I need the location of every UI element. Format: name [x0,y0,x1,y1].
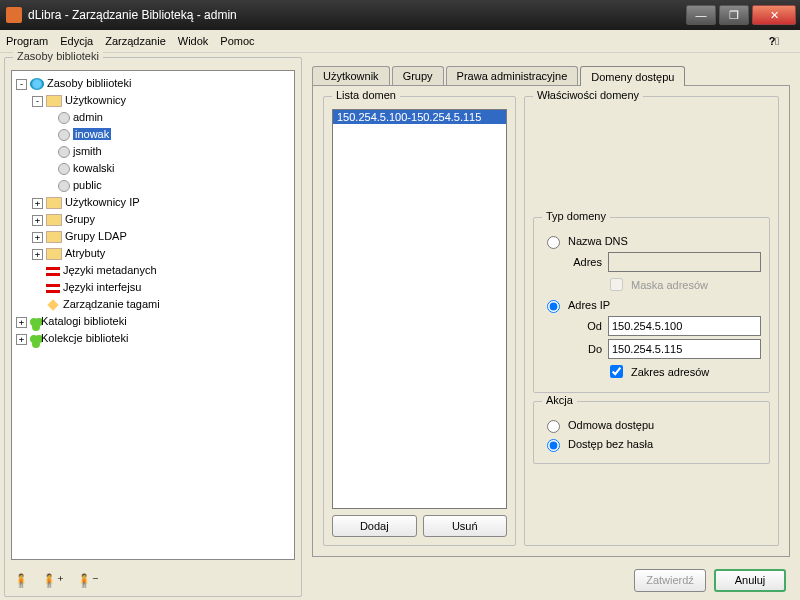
help-icon[interactable]: ?⃕ [766,33,782,49]
addr-input [608,252,761,272]
tree-view[interactable]: -Zasoby bibliioteki -Użytkownicy admin i… [11,70,295,560]
maximize-button[interactable]: ❐ [719,5,749,25]
menu-program[interactable]: Program [6,35,48,47]
to-label: Do [562,343,602,355]
tree-user-public[interactable]: public [14,177,292,194]
tree-catalogs[interactable]: +Katalogi biblioteki [14,313,292,330]
minimize-button[interactable]: — [686,5,716,25]
tree-users-ip[interactable]: +Użytkownicy IP [14,194,292,211]
add-domain-button[interactable]: Dodaj [332,515,417,537]
apply-button: Zatwierdź [634,569,706,592]
addr-label: Adres [562,256,602,268]
close-button[interactable]: ✕ [752,5,796,25]
titlebar: dLibra - Zarządzanie Biblioteką - admin … [0,0,800,30]
radio-ip[interactable]: Adres IP [542,297,761,313]
domain-list-item[interactable]: 150.254.5.100-150.254.5.115 [333,110,506,124]
tab-body: Lista domen 150.254.5.100-150.254.5.115 … [312,85,790,557]
action-title: Akcja [542,394,577,406]
tree-user-inowak[interactable]: inowak [14,126,292,143]
tree-collections[interactable]: +Kolekcje biblioteki [14,330,292,347]
cancel-button[interactable]: Anuluj [714,569,786,592]
tree-root[interactable]: -Zasoby bibliioteki [14,75,292,92]
menu-widok[interactable]: Widok [178,35,209,47]
ip-from-input[interactable] [608,316,761,336]
footer: Zatwierdź Anuluj [306,563,796,597]
radio-deny[interactable]: Odmowa dostępu [542,417,761,433]
domain-list-group: Lista domen 150.254.5.100-150.254.5.115 … [323,96,516,546]
domain-type-title: Typ domeny [542,210,610,222]
tree-user-admin[interactable]: admin [14,109,292,126]
domain-props-title: Właściwości domeny [533,89,643,101]
bottom-toolbar: 🧍 🧍⁺ 🧍⁻ [5,564,301,596]
tree-user-jsmith[interactable]: jsmith [14,143,292,160]
tab-access-domains[interactable]: Domeny dostępu [580,66,685,86]
domain-listbox[interactable]: 150.254.5.100-150.254.5.115 [332,109,507,509]
left-panel-title: Zasoby biblioteki [13,50,103,62]
tree-meta-lang[interactable]: Języki metadanych [14,262,292,279]
app-icon [6,7,22,23]
ip-to-input[interactable] [608,339,761,359]
tabs: Użytkownik Grupy Prawa administracyjne D… [312,63,790,85]
user-remove-icon[interactable]: 🧍⁻ [76,573,99,588]
tree-users[interactable]: -Użytkownicy [14,92,292,109]
tree-user-kowalski[interactable]: kowalski [14,160,292,177]
check-range[interactable]: Zakres adresów [542,362,761,381]
domain-props-group: Właściwości domeny Typ domeny Nazwa DNS … [524,96,779,546]
radio-dns[interactable]: Nazwa DNS [542,233,761,249]
action-group: Akcja Odmowa dostępu Dostęp bez hasła [533,401,770,464]
tree-groups[interactable]: +Grupy [14,211,292,228]
from-label: Od [562,320,602,332]
window-title: dLibra - Zarządzanie Biblioteką - admin [28,8,683,22]
menu-pomoc[interactable]: Pomoc [220,35,254,47]
check-mask: Maska adresów [542,275,761,294]
domain-list-title: Lista domen [332,89,400,101]
remove-domain-button[interactable]: Usuń [423,515,508,537]
user-add-icon[interactable]: 🧍⁺ [41,573,64,588]
menu-edycja[interactable]: Edycja [60,35,93,47]
tree-attributes[interactable]: +Atrybuty [14,245,292,262]
tab-groups[interactable]: Grupy [392,66,444,85]
menubar: Program Edycja Zarządzanie Widok Pomoc ?… [0,30,800,53]
user-single-icon[interactable]: 🧍 [13,573,29,588]
tab-admin-rights[interactable]: Prawa administracyjne [446,66,579,85]
menu-zarzadzanie[interactable]: Zarządzanie [105,35,166,47]
domain-type-group: Typ domeny Nazwa DNS Adres Maska adresów… [533,217,770,393]
tree-groups-ldap[interactable]: +Grupy LDAP [14,228,292,245]
left-panel: Zasoby biblioteki -Zasoby bibliioteki -U… [4,57,302,597]
tab-user[interactable]: Użytkownik [312,66,390,85]
right-panel: Użytkownik Grupy Prawa administracyjne D… [306,57,796,597]
tree-tags[interactable]: Zarządzanie tagami [14,296,292,313]
tree-ui-lang[interactable]: Języki interfejsu [14,279,292,296]
radio-nopass[interactable]: Dostęp bez hasła [542,436,761,452]
